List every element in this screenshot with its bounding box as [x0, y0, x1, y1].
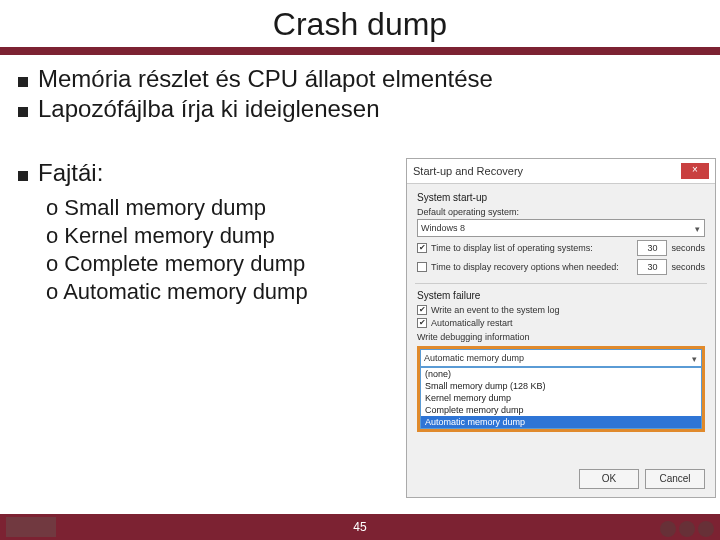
dialog-titlebar: Start-up and Recovery × — [407, 159, 715, 184]
bullet-3-text: Fajtái: — [38, 159, 103, 187]
checkbox-time-list[interactable]: ✔ — [417, 243, 427, 253]
dd-option-none[interactable]: (none) — [421, 368, 701, 380]
dump-type-dropdown[interactable]: (none) Small memory dump (128 KB) Kernel… — [420, 367, 702, 429]
bullet-square-icon — [18, 107, 28, 117]
slide-title: Crash dump — [0, 0, 720, 47]
bullet-1: Memória részlet és CPU állapot elmentése — [18, 65, 702, 93]
group-system-startup: System start-up — [417, 192, 705, 203]
auto-restart-label: Automatically restart — [431, 318, 513, 328]
time-list-spinner[interactable]: 30 — [637, 240, 667, 256]
bullet-square-icon — [18, 171, 28, 181]
seconds-label-1: seconds — [671, 243, 705, 253]
bullet-2: Lapozófájlba írja ki ideiglenesen — [18, 95, 702, 123]
time-recovery-spinner[interactable]: 30 — [637, 259, 667, 275]
checkbox-auto-restart[interactable]: ✔ — [417, 318, 427, 328]
checkbox-write-event[interactable]: ✔ — [417, 305, 427, 315]
footer-dot-icon — [660, 521, 676, 537]
time-recovery-label: Time to display recovery options when ne… — [431, 262, 619, 272]
page-number: 45 — [353, 520, 366, 534]
close-button[interactable]: × — [681, 163, 709, 179]
dialog-title-text: Start-up and Recovery — [413, 165, 523, 177]
highlight-box: Automatic memory dump (none) Small memor… — [417, 346, 705, 432]
startup-recovery-dialog: Start-up and Recovery × System start-up … — [406, 158, 716, 498]
dd-option-automatic[interactable]: Automatic memory dump — [421, 416, 701, 428]
slide-footer: 45 — [0, 514, 720, 540]
time-list-label: Time to display list of operating system… — [431, 243, 593, 253]
seconds-label-2: seconds — [671, 262, 705, 272]
bullet-2-text: Lapozófájlba írja ki ideiglenesen — [38, 95, 380, 123]
bullet-square-icon — [18, 77, 28, 87]
write-event-label: Write an event to the system log — [431, 305, 559, 315]
cancel-button[interactable]: Cancel — [645, 469, 705, 489]
default-os-select[interactable]: Windows 8 — [417, 219, 705, 237]
default-os-label: Default operating system: — [417, 207, 705, 217]
dd-option-kernel[interactable]: Kernel memory dump — [421, 392, 701, 404]
group-system-failure: System failure — [417, 290, 705, 301]
dd-option-small[interactable]: Small memory dump (128 KB) — [421, 380, 701, 392]
dd-option-complete[interactable]: Complete memory dump — [421, 404, 701, 416]
footer-dot-icon — [679, 521, 695, 537]
dump-type-select[interactable]: Automatic memory dump — [420, 349, 702, 367]
bullet-1-text: Memória részlet és CPU állapot elmentése — [38, 65, 493, 93]
footer-logo-left — [6, 517, 56, 537]
write-debug-label: Write debugging information — [417, 332, 705, 342]
footer-dot-icon — [698, 521, 714, 537]
title-divider — [0, 47, 720, 55]
divider — [415, 283, 707, 284]
ok-button[interactable]: OK — [579, 469, 639, 489]
footer-logos-right — [660, 521, 714, 537]
checkbox-time-recovery[interactable] — [417, 262, 427, 272]
